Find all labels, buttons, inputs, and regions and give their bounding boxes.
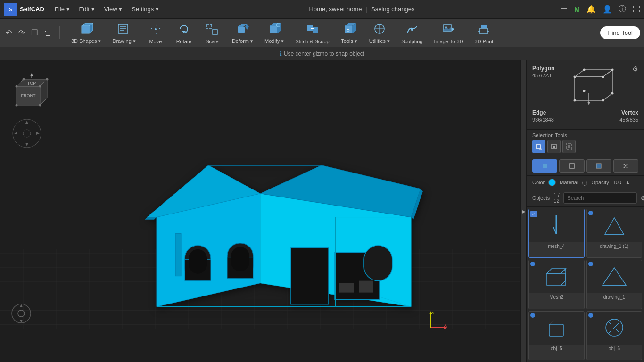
material-label: Material <box>560 180 578 185</box>
drawing1-preview <box>600 264 628 290</box>
object-card-drawing1[interactable]: drawing_1 <box>586 260 643 309</box>
vertex-label: Vertex <box>619 109 638 116</box>
svg-marker-86 <box>20 304 23 307</box>
polygon-label: Polygon <box>532 65 554 72</box>
mode-solid[interactable] <box>532 159 557 173</box>
objects-header: Objects 1 / 12 ⚙ <box>527 189 644 207</box>
house-model <box>72 109 449 337</box>
objects-grid: ✓ mesh_4 drawing_1 (1) <box>527 207 644 362</box>
logo[interactable]: S SelfCAD <box>4 3 44 16</box>
svg-point-79 <box>23 130 31 137</box>
svg-marker-117 <box>575 70 612 77</box>
mode-points[interactable] <box>613 159 638 173</box>
account-m-icon[interactable]: M <box>574 6 580 13</box>
object-card-obj5[interactable]: obj_5 <box>528 311 585 360</box>
preview-3d-cube <box>565 65 622 107</box>
svg-rect-105 <box>364 246 392 281</box>
svg-marker-10 <box>156 30 157 35</box>
fullscreen-icon[interactable]: ⛶ <box>633 5 640 14</box>
redo-button[interactable]: ↷ <box>17 26 26 39</box>
tool-image-to-3d[interactable]: Image To 3D <box>428 20 469 46</box>
obj5-preview <box>542 315 570 341</box>
drawing-label: Drawing ▾ <box>112 38 135 44</box>
tool-modify[interactable]: Modify ▾ <box>259 19 289 46</box>
opacity-value: 100 <box>613 180 621 185</box>
menu-edit[interactable]: Edit ▾ <box>74 4 99 15</box>
svg-marker-87 <box>20 320 23 323</box>
orbit-control[interactable] <box>9 299 33 329</box>
vertex-col: Vertex 458/835 <box>619 109 638 123</box>
svg-rect-104 <box>359 281 373 293</box>
svg-marker-82 <box>14 132 17 135</box>
copy-button[interactable]: ❐ <box>29 26 40 39</box>
opacity-increase[interactable]: ▲ <box>625 180 630 185</box>
svg-point-75 <box>46 78 49 81</box>
tool-stitch[interactable]: Stitch & Scoop <box>289 20 335 46</box>
svg-point-120 <box>602 76 604 78</box>
toolbar-history: ↶ ↷ ❐ 🗑 <box>4 26 60 39</box>
info-icon[interactable]: ⓘ <box>619 4 626 14</box>
menu-view[interactable]: View ▾ <box>99 4 127 15</box>
svg-marker-81 <box>25 143 28 146</box>
tool-scale[interactable]: Scale <box>198 20 226 46</box>
sel-tool-box[interactable] <box>547 140 561 153</box>
find-tool-button[interactable]: Find Tool <box>600 26 640 39</box>
tool-drawing[interactable]: Drawing ▾ <box>107 19 141 46</box>
tool-move[interactable]: Move <box>141 20 170 46</box>
sel-tool-lasso[interactable] <box>562 140 576 153</box>
tool-rotate[interactable]: Rotate <box>170 20 198 46</box>
delete-button[interactable]: 🗑 <box>42 27 54 39</box>
svg-point-24 <box>276 23 280 27</box>
image-to-3d-icon <box>441 22 456 37</box>
poly-settings-button[interactable]: ⚙ <box>632 65 638 73</box>
tool-deform[interactable]: Deform ▾ <box>226 19 259 46</box>
svg-marker-83 <box>36 132 40 135</box>
3dprint-icon <box>476 22 491 37</box>
tool-3dshapes[interactable]: 3D Shapes ▾ <box>66 19 107 46</box>
drawing1-1-label: drawing_1 (1) <box>587 242 642 250</box>
obj5-label: obj_5 <box>529 345 584 353</box>
mode-wireframe[interactable] <box>559 159 584 173</box>
color-row: Color Material ◌ Opacity 100 ▲ <box>527 176 644 189</box>
viewport[interactable]: FRONT TOP <box>0 60 520 362</box>
share-icon[interactable]: ⮡ <box>560 5 568 14</box>
color-picker[interactable] <box>548 179 556 186</box>
edge-label: Edge <box>532 109 554 116</box>
panel-collapse-button[interactable]: ▶ <box>520 60 526 362</box>
object-card-obj6[interactable]: obj_6 <box>586 311 643 360</box>
toolbar-tools: 3D Shapes ▾ Drawing ▾ Move Rotate Scale <box>66 19 600 46</box>
menu-settings[interactable]: Settings ▾ <box>127 4 164 15</box>
sel-tool-rect[interactable] <box>532 140 545 153</box>
material-icon[interactable]: ◌ <box>582 179 587 186</box>
user-icon[interactable]: 👤 <box>603 5 612 14</box>
tool-utilities[interactable]: Utilities ▾ <box>363 19 396 46</box>
tool-tools[interactable]: ⚙ Tools ▾ <box>335 19 363 46</box>
navigation-cube[interactable]: FRONT TOP <box>9 70 52 114</box>
tool-3dprint[interactable]: 3D Print <box>469 20 499 46</box>
search-input[interactable] <box>563 192 637 204</box>
tool-sculpting[interactable]: Sculpting <box>396 20 428 46</box>
svg-rect-138 <box>596 164 601 168</box>
svg-text:FRONT: FRONT <box>21 93 36 98</box>
object-card-mesh2[interactable]: Mesh2 <box>528 260 585 309</box>
sculpting-label: Sculpting <box>401 39 422 44</box>
menu-file[interactable]: File ▾ <box>50 4 74 15</box>
undo-button[interactable]: ↶ <box>4 26 14 39</box>
collapse-arrow: ▶ <box>522 209 526 214</box>
obj5-dot <box>530 313 535 318</box>
object-card-mesh4[interactable]: ✓ mesh_4 <box>528 209 585 258</box>
project-title: Home, sweet home <box>309 6 362 13</box>
rotate-icon <box>176 22 191 37</box>
svg-marker-36 <box>452 27 454 31</box>
mesh4-check: ✓ <box>530 211 537 217</box>
svg-point-74 <box>23 78 25 81</box>
obj6-label: obj_6 <box>587 345 642 353</box>
nav-arrows-svg[interactable] <box>10 117 43 150</box>
notification-icon[interactable]: 🔔 <box>586 5 596 14</box>
svg-marker-129 <box>587 102 590 105</box>
mesh4-label: mesh_4 <box>529 242 584 250</box>
mode-mixed[interactable] <box>586 159 611 173</box>
objects-settings-button[interactable]: ⚙ <box>641 195 644 202</box>
drawing1-1-dot <box>588 211 593 215</box>
object-card-drawing1-1[interactable]: drawing_1 (1) <box>586 209 643 258</box>
